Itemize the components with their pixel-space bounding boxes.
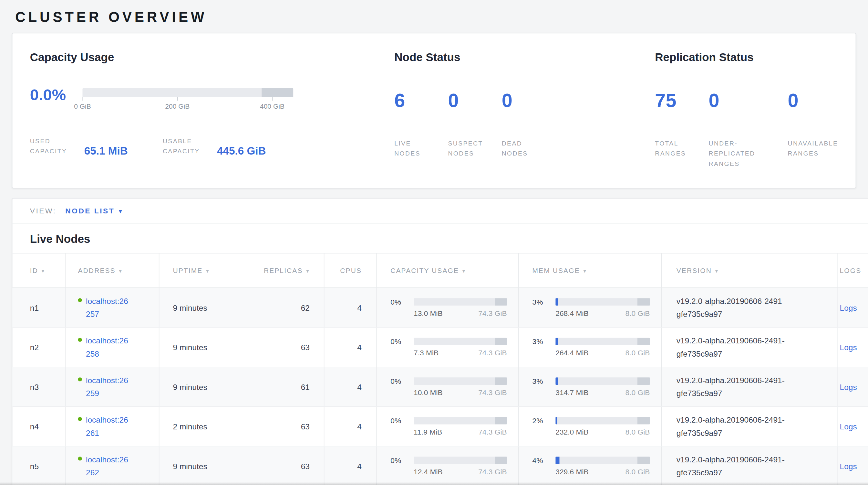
memory-percent: 3% bbox=[532, 377, 556, 386]
node-memory-usage: 3% 264.4 MiB 8.0 GiB bbox=[532, 337, 650, 357]
column-header-uptime[interactable]: UPTIME▾ bbox=[159, 254, 238, 287]
used-capacity-stat: USED CAPACITY 65.1 MiB bbox=[30, 136, 163, 156]
node-address-link[interactable]: localhost:26262 bbox=[86, 453, 132, 479]
capacity-bar bbox=[414, 457, 507, 464]
memory-used-value: 268.4 MiB bbox=[555, 309, 588, 317]
node-status-section: Node Status 6 LIVE NODES 0 SUSPECT NODES… bbox=[394, 51, 655, 169]
total-ranges-value: 75 bbox=[655, 89, 709, 112]
replication-status-title: Replication Status bbox=[655, 51, 838, 64]
table-body: n1 localhost:26257 9 minutes 62 4 0% 13.… bbox=[12, 288, 868, 485]
logs-link[interactable]: Logs bbox=[840, 303, 857, 312]
column-header-capacity[interactable]: CAPACITY USAGE▾ bbox=[377, 254, 519, 287]
memory-total-value: 8.0 GiB bbox=[625, 467, 650, 476]
column-header-cpus: CPUS bbox=[324, 254, 377, 287]
logs-link[interactable]: Logs bbox=[840, 422, 857, 431]
capacity-bar-ticks: 0 GiB 200 GiB 400 GiB bbox=[83, 97, 293, 112]
node-live-dot-icon bbox=[78, 417, 82, 421]
table-header-row: ID▾ ADDRESS▾ UPTIME▾ REPLICAS▾ CPUS CAPA… bbox=[12, 253, 868, 288]
node-id: n1 bbox=[30, 303, 39, 312]
view-mode-selected: NODE LIST bbox=[65, 207, 115, 215]
chevron-down-icon: ▾ bbox=[119, 207, 122, 214]
node-memory-usage: 3% 314.7 MiB 8.0 GiB bbox=[532, 377, 650, 397]
capacity-usage-title: Capacity Usage bbox=[30, 51, 395, 64]
capacity-bar bbox=[414, 417, 507, 425]
node-replicas: 61 bbox=[301, 382, 310, 391]
memory-percent: 2% bbox=[532, 417, 556, 425]
capacity-used-value: 13.0 MiB bbox=[414, 309, 443, 317]
logs-link[interactable]: Logs bbox=[840, 461, 857, 470]
sort-icon: ▾ bbox=[462, 267, 466, 274]
column-header-address[interactable]: ADDRESS▾ bbox=[66, 254, 159, 287]
node-cpus: 4 bbox=[357, 343, 362, 352]
memory-bar bbox=[555, 377, 650, 385]
under-replicated-value: 0 bbox=[709, 89, 788, 112]
capacity-percent: 0% bbox=[391, 298, 414, 306]
node-cpus: 4 bbox=[357, 461, 362, 470]
usable-capacity-label: USABLE CAPACITY bbox=[163, 136, 210, 156]
node-address-link[interactable]: localhost:26261 bbox=[86, 413, 132, 439]
column-header-id[interactable]: ID▾ bbox=[12, 254, 66, 287]
capacity-usage-section: Capacity Usage 0.0% 0 GiB 200 GiB 400 Gi… bbox=[30, 51, 395, 169]
tick-mark bbox=[272, 97, 273, 101]
live-nodes-title: Live Nodes bbox=[12, 223, 868, 253]
sort-icon: ▾ bbox=[41, 267, 45, 274]
column-header-replicas[interactable]: REPLICAS▾ bbox=[237, 254, 324, 287]
viewport-bottom-fade bbox=[0, 482, 868, 485]
node-replicas: 63 bbox=[301, 343, 310, 352]
under-replicated-stat: 0 UNDER- REPLICATED RANGES bbox=[709, 89, 788, 169]
capacity-percent: 0% bbox=[391, 456, 414, 465]
memory-used-value: 232.0 MiB bbox=[555, 428, 588, 436]
memory-used-value: 264.4 MiB bbox=[555, 348, 588, 357]
column-header-version[interactable]: VERSION▾ bbox=[662, 254, 838, 287]
sort-icon: ▾ bbox=[306, 267, 310, 274]
node-version: v19.2.0-alpha.20190606-2491-gfe735c9a97 bbox=[677, 294, 825, 321]
capacity-total-value: 74.3 GiB bbox=[478, 467, 507, 476]
capacity-bar bbox=[414, 377, 507, 385]
memory-bar bbox=[555, 457, 650, 464]
node-live-dot-icon bbox=[78, 338, 82, 341]
capacity-percent: 0% bbox=[391, 417, 414, 425]
capacity-used-value: 11.9 MiB bbox=[414, 428, 442, 436]
tick-mark bbox=[82, 97, 83, 101]
node-address-link[interactable]: localhost:26257 bbox=[86, 294, 132, 321]
node-uptime: 9 minutes bbox=[173, 343, 207, 352]
unavailable-ranges-stat: 0 UNAVAILABLE RANGES bbox=[788, 89, 838, 169]
column-header-logs: LOGS bbox=[838, 254, 868, 287]
node-address-link[interactable]: localhost:26258 bbox=[86, 334, 132, 360]
live-nodes-stat: 6 LIVE NODES bbox=[394, 89, 448, 159]
logs-link[interactable]: Logs bbox=[840, 343, 857, 352]
unavailable-ranges-label: UNAVAILABLE RANGES bbox=[788, 138, 838, 159]
node-version: v19.2.0-alpha.20190606-2491-gfe735c9a97 bbox=[677, 413, 825, 439]
node-live-dot-icon bbox=[78, 456, 82, 460]
replication-status-section: Replication Status 75 TOTAL RANGES 0 UND… bbox=[655, 51, 838, 169]
unavailable-ranges-value: 0 bbox=[788, 89, 838, 112]
node-version: v19.2.0-alpha.20190606-2491-gfe735c9a97 bbox=[677, 334, 825, 360]
node-address-link[interactable]: localhost:26259 bbox=[86, 374, 132, 400]
node-replicas: 62 bbox=[301, 303, 310, 312]
live-nodes-label: LIVE NODES bbox=[394, 138, 448, 159]
node-cpus: 4 bbox=[357, 303, 362, 312]
table-row: n2 localhost:26258 9 minutes 63 4 0% 7.3… bbox=[12, 327, 868, 367]
capacity-total-value: 74.3 GiB bbox=[478, 348, 507, 357]
node-memory-usage: 2% 232.0 MiB 8.0 GiB bbox=[532, 417, 650, 436]
page-root: CLUSTER OVERVIEW Capacity Usage 0.0% 0 G… bbox=[0, 0, 868, 485]
memory-total-value: 8.0 GiB bbox=[625, 388, 650, 397]
nodes-table-card: VIEW: NODE LIST ▾ Live Nodes ID▾ ADDRESS… bbox=[12, 198, 868, 485]
node-capacity-usage: 0% 11.9 MiB 74.3 GiB bbox=[391, 417, 507, 436]
column-header-memory[interactable]: MEM USAGE▾ bbox=[519, 254, 662, 287]
total-ranges-label: TOTAL RANGES bbox=[655, 138, 709, 159]
suspect-nodes-value: 0 bbox=[448, 89, 502, 112]
memory-percent: 4% bbox=[532, 456, 556, 465]
node-capacity-usage: 0% 13.0 MiB 74.3 GiB bbox=[391, 298, 507, 317]
sort-icon: ▾ bbox=[715, 267, 718, 274]
capacity-used-value: 12.4 MiB bbox=[414, 467, 443, 476]
tick-mark bbox=[177, 97, 178, 101]
page-title: CLUSTER OVERVIEW bbox=[15, 8, 868, 26]
tick-label: 400 GiB bbox=[260, 103, 284, 111]
view-mode-dropdown[interactable]: NODE LIST ▾ bbox=[65, 207, 122, 215]
node-id: n3 bbox=[30, 382, 39, 391]
logs-link[interactable]: Logs bbox=[840, 382, 857, 391]
capacity-percent: 0% bbox=[391, 337, 414, 346]
memory-used-value: 329.6 MiB bbox=[555, 467, 588, 476]
node-memory-usage: 3% 268.4 MiB 8.0 GiB bbox=[532, 298, 650, 317]
